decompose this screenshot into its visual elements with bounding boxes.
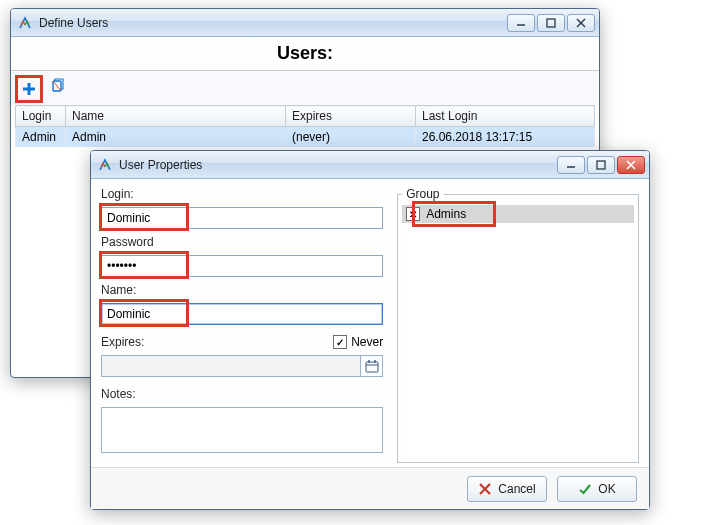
define-users-titlebar[interactable]: Define Users [11,9,599,37]
users-table-header-row: Login Name Expires Last Login [16,106,595,127]
col-login[interactable]: Login [16,106,66,127]
close-button[interactable] [617,156,645,174]
cell-login: Admin [16,127,66,148]
dialog-buttons: Cancel OK [91,467,649,509]
svg-rect-12 [366,362,378,372]
group-checkbox[interactable]: ✕ [406,207,420,221]
cell-expires: (never) [286,127,416,148]
login-label: Login: [101,187,383,201]
ok-label: OK [598,482,615,496]
add-user-button[interactable] [18,78,40,100]
maximize-button[interactable] [587,156,615,174]
group-fieldset: Group ✕ Admins [397,187,639,463]
users-header: Users: [11,37,599,71]
close-button[interactable] [567,14,595,32]
group-list[interactable]: ✕ Admins [402,205,634,458]
ok-icon [578,482,592,496]
properties-left-panel: Login: Password Name: Expires: ✓ Never [101,187,383,463]
window-controls [507,14,595,32]
define-users-title: Define Users [39,16,507,30]
app-icon [17,15,33,31]
never-checkbox[interactable]: ✓ [333,335,347,349]
group-legend: Group [402,187,443,201]
col-name[interactable]: Name [66,106,286,127]
svg-line-7 [53,81,61,91]
svg-rect-1 [547,19,555,27]
col-last-login[interactable]: Last Login [416,106,595,127]
app-icon [97,157,113,173]
never-checkbox-wrap[interactable]: ✓ Never [333,335,383,349]
password-label: Password [101,235,383,249]
add-user-highlight [15,75,43,103]
cell-name: Admin [66,127,286,148]
table-row[interactable]: Admin Admin (never) 26.06.2018 13:17:15 [16,127,595,148]
never-label: Never [351,335,383,349]
col-expires[interactable]: Expires [286,106,416,127]
group-item-admins[interactable]: ✕ Admins [402,205,634,223]
user-properties-title: User Properties [119,158,557,172]
expires-input [101,355,361,377]
svg-rect-9 [597,161,605,169]
group-item-label: Admins [426,207,466,221]
properties-right-panel: Group ✕ Admins [397,187,639,463]
calendar-button[interactable] [361,355,383,377]
properties-body: Login: Password Name: Expires: ✓ Never [91,179,649,467]
name-label: Name: [101,283,383,297]
users-table: Login Name Expires Last Login Admin Admi… [15,105,595,147]
expires-label: Expires: [101,335,144,349]
ok-button[interactable]: OK [557,476,637,502]
login-input[interactable] [101,207,383,229]
minimize-button[interactable] [507,14,535,32]
cell-last-login: 26.06.2018 13:17:15 [416,127,595,148]
users-toolbar [11,71,599,105]
window-controls [557,156,645,174]
name-input[interactable] [101,303,383,325]
user-properties-titlebar[interactable]: User Properties [91,151,649,179]
password-input[interactable] [101,255,383,277]
notes-input[interactable] [101,407,383,453]
minimize-button[interactable] [557,156,585,174]
notes-label: Notes: [101,387,383,401]
cancel-label: Cancel [498,482,535,496]
maximize-button[interactable] [537,14,565,32]
cancel-button[interactable]: Cancel [467,476,547,502]
copy-user-button[interactable] [47,75,69,97]
user-properties-window: User Properties Login: Password Name: [90,150,650,510]
cancel-icon [478,482,492,496]
